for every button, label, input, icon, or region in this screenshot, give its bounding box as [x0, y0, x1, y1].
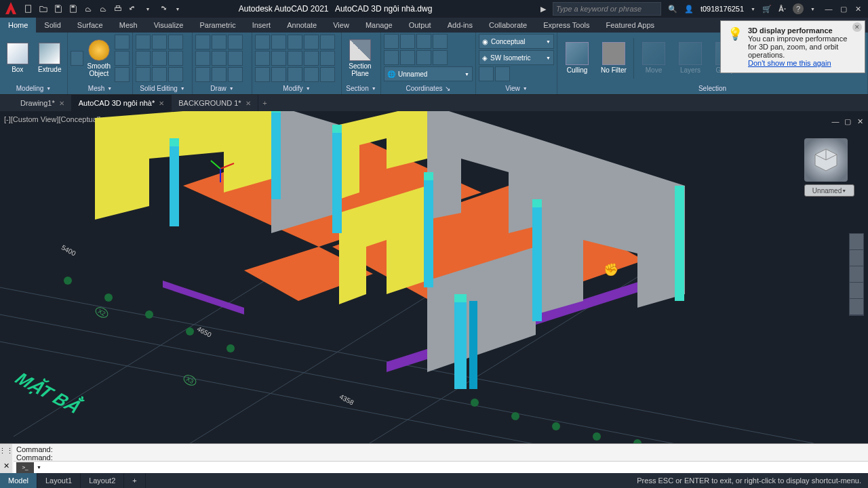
search-icon[interactable]: 🔍: [668, 5, 677, 14]
ucs-5[interactable]: [384, 50, 399, 65]
cart-icon[interactable]: 🛒: [762, 5, 772, 14]
tab-addins[interactable]: Add-ins: [439, 18, 481, 33]
draw-poly-icon[interactable]: [212, 67, 226, 82]
save-icon[interactable]: [52, 2, 65, 16]
panel-mesh-title[interactable]: Mesh▼: [71, 82, 130, 94]
ucs-7[interactable]: [416, 50, 431, 65]
tab-visualize[interactable]: Visualize: [146, 18, 192, 33]
tab-mesh[interactable]: Mesh: [111, 18, 146, 33]
visual-style-dropdown[interactable]: ◉Conceptual▼: [479, 34, 554, 49]
nav-zoom-icon[interactable]: [850, 266, 863, 283]
cloud-save-icon[interactable]: [96, 2, 110, 16]
move-gizmo-button[interactable]: Move: [637, 42, 671, 74]
tab-view[interactable]: View: [325, 18, 357, 33]
nofilter-button[interactable]: No Filter: [597, 42, 631, 74]
tab-collaborate[interactable]: Collaborate: [481, 18, 535, 33]
signin-icon[interactable]: 👤: [684, 5, 694, 14]
panel-section-title[interactable]: Section▼: [344, 82, 378, 94]
draw-ellipse-icon[interactable]: [228, 51, 243, 66]
mod-trim[interactable]: [288, 35, 302, 49]
new-icon[interactable]: [22, 2, 35, 16]
nav-orbit-icon[interactable]: [850, 283, 863, 299]
minimize-button[interactable]: —: [822, 2, 835, 16]
se-2[interactable]: [152, 35, 167, 49]
mod-offset[interactable]: [304, 67, 319, 82]
tab-output[interactable]: Output: [401, 18, 439, 33]
draw-spline-icon[interactable]: [228, 67, 243, 82]
user-dropdown-icon[interactable]: ▼: [751, 7, 755, 12]
tab-solid[interactable]: Solid: [36, 18, 68, 33]
draw-pl-icon[interactable]: [212, 35, 226, 49]
draw-circle-icon[interactable]: [228, 35, 243, 49]
mod-copy[interactable]: [255, 51, 270, 66]
layout-add-button[interactable]: +: [124, 473, 145, 488]
close-icon[interactable]: ✕: [59, 100, 64, 107]
draw-arc-icon[interactable]: [195, 51, 210, 66]
saveas-icon[interactable]: [66, 2, 80, 16]
mod-fillet[interactable]: [288, 51, 302, 66]
ucs-2[interactable]: [400, 34, 415, 49]
se-6[interactable]: [168, 51, 183, 66]
tab-featured[interactable]: Featured Apps: [598, 18, 663, 33]
mod-3drotate[interactable]: [320, 51, 335, 66]
qat-dropdown-icon[interactable]: ▼: [141, 2, 155, 16]
tab-surface[interactable]: Surface: [69, 18, 111, 33]
ucs-1[interactable]: [384, 34, 399, 49]
mod-explode[interactable]: [304, 51, 319, 66]
view-opt2[interactable]: [495, 66, 510, 81]
panel-coords-title[interactable]: Coordinates↘: [384, 82, 473, 94]
polysolid-icon[interactable]: [71, 51, 83, 66]
se-4[interactable]: [136, 51, 151, 66]
undo-icon[interactable]: [126, 2, 140, 16]
open-icon[interactable]: [37, 2, 50, 16]
panel-view-title[interactable]: View▼: [479, 82, 554, 94]
se-7[interactable]: [136, 67, 151, 82]
tab-insert[interactable]: Insert: [244, 18, 279, 33]
view-iso-dropdown[interactable]: ◈SW Isometric▼: [479, 50, 554, 65]
mod-mirror[interactable]: [271, 51, 286, 66]
culling-button[interactable]: Culling: [560, 42, 594, 74]
se-5[interactable]: [152, 51, 167, 66]
se-9[interactable]: [168, 67, 183, 82]
nav-pan-icon[interactable]: [850, 250, 863, 266]
mesh-btn1[interactable]: [115, 35, 130, 49]
doc-tab-3[interactable]: BACKGROUND 1*✕: [172, 95, 258, 111]
doc-tab-1[interactable]: Drawing1*✕: [14, 95, 72, 111]
view-opt1[interactable]: [479, 66, 494, 81]
nav-wheel-icon[interactable]: [850, 234, 863, 250]
apps-icon[interactable]: Å·: [778, 5, 786, 13]
smooth-button[interactable]: Smooth Object: [86, 39, 112, 77]
mod-3dmove[interactable]: [320, 35, 335, 49]
mod-move[interactable]: [255, 35, 270, 49]
se-8[interactable]: [152, 67, 167, 82]
help-dropdown-icon[interactable]: ▼: [810, 7, 815, 12]
draw-hatch-icon[interactable]: [195, 67, 210, 82]
tab-express[interactable]: Express Tools: [535, 18, 597, 33]
tab-annotate[interactable]: Annotate: [279, 18, 325, 33]
ucs-3[interactable]: [416, 34, 431, 49]
mod-stretch[interactable]: [255, 67, 270, 82]
cmd-drag-handle[interactable]: ⋮⋮✕: [0, 444, 12, 473]
maximize-button[interactable]: ▢: [837, 2, 850, 16]
se-1[interactable]: [136, 35, 151, 49]
ucs-name-dropdown[interactable]: 🌐Unnamed▼: [384, 66, 473, 81]
layout-tab-model[interactable]: Model: [0, 473, 37, 488]
user-name[interactable]: t0918176251: [701, 5, 744, 13]
new-tab-button[interactable]: +: [258, 95, 272, 111]
mesh-btn3[interactable]: [115, 67, 130, 82]
se-3[interactable]: [168, 35, 183, 49]
draw-rect-icon[interactable]: [212, 51, 226, 66]
navigation-bar[interactable]: [849, 233, 864, 316]
cloud-open-icon[interactable]: [81, 2, 95, 16]
ucs-6[interactable]: [400, 50, 415, 65]
close-icon[interactable]: ✕: [245, 100, 251, 107]
draw-line-icon[interactable]: [195, 35, 210, 49]
drawing-viewport[interactable]: [-][Custom View][Conceptual] — ▢ ✕: [0, 111, 868, 443]
qat-dropdown2-icon[interactable]: ▼: [171, 2, 184, 16]
tab-parametric[interactable]: Parametric: [191, 18, 243, 33]
viewcube-ucs-label[interactable]: Unnamed ▼: [804, 184, 854, 197]
ucs-4[interactable]: [433, 34, 448, 49]
layout-tab-1[interactable]: Layout1: [37, 473, 81, 488]
layers-button[interactable]: Layers: [673, 42, 707, 74]
mod-scale[interactable]: [271, 67, 286, 82]
